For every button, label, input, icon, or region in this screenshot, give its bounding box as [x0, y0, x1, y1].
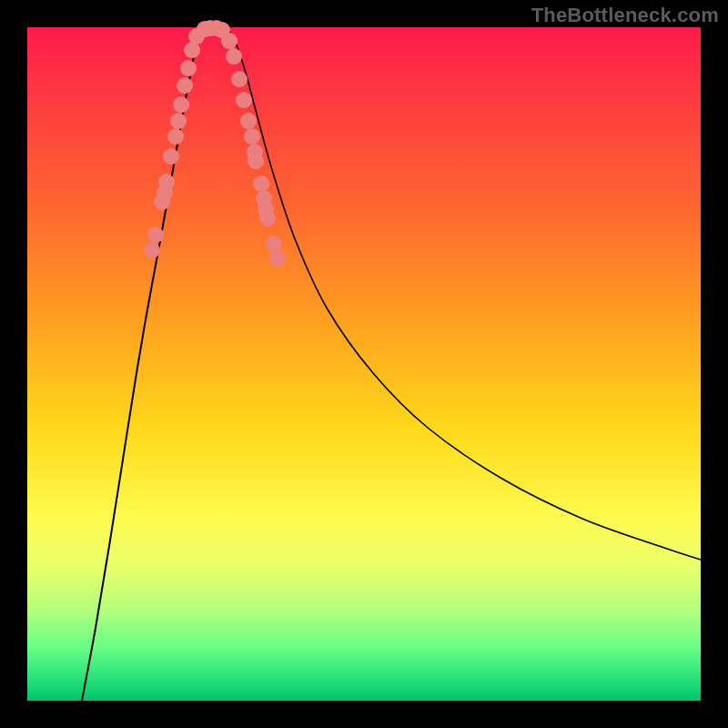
- marker-dot: [226, 48, 242, 65]
- marker-dot: [266, 236, 282, 252]
- marker-dot: [253, 176, 269, 192]
- marker-dot: [259, 210, 276, 227]
- marker-dot: [248, 153, 264, 169]
- watermark-text: TheBottleneck.com: [531, 4, 719, 27]
- marker-dot: [177, 77, 193, 94]
- marker-dot: [269, 250, 286, 267]
- marker-dot: [158, 174, 175, 190]
- left-curve: [82, 27, 218, 701]
- marker-dot: [144, 242, 160, 258]
- marker-dot: [236, 92, 252, 108]
- marker-dot: [173, 96, 189, 113]
- marker-dot: [221, 33, 238, 49]
- marker-dot: [180, 60, 197, 76]
- marker-dot: [170, 113, 187, 129]
- right-curve: [218, 27, 701, 560]
- marker-dot: [163, 148, 179, 165]
- chart-svg: [27, 27, 701, 701]
- marker-dot: [167, 128, 184, 145]
- marker-dot: [244, 128, 260, 145]
- marker-dot: [147, 227, 164, 243]
- marker-dot: [240, 113, 257, 129]
- marker-dot: [231, 71, 248, 87]
